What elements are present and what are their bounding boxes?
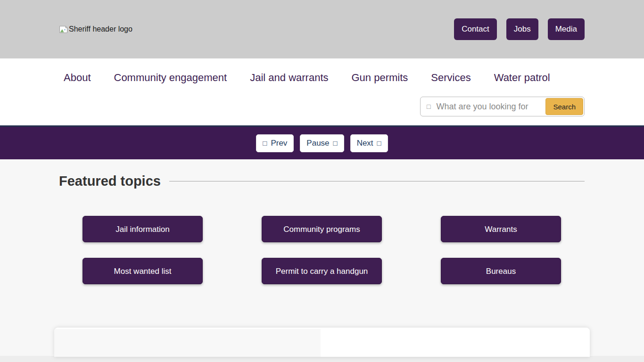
topic-button-permit-to-carry[interactable]: Permit to carry a handgun — [262, 258, 382, 284]
pause-icon: □ — [333, 139, 338, 147]
next-arrow-icon: □ — [377, 139, 381, 147]
next-label: Next — [357, 139, 373, 148]
prev-arrow-icon: □ — [263, 139, 267, 147]
header-actions: Contact Jobs Media — [454, 18, 585, 40]
sheriff-logo[interactable]: Sheriff header logo — [59, 25, 132, 33]
nav-item-community-engagement[interactable]: Community engagement — [114, 71, 227, 85]
search-input[interactable] — [435, 101, 545, 112]
bottom-card-left-pane — [54, 329, 321, 357]
nav-item-services[interactable]: Services — [431, 71, 471, 85]
carousel-next-button[interactable]: Next □ — [350, 134, 388, 152]
search-box: □ Search — [420, 97, 585, 116]
topic-button-most-wanted-list[interactable]: Most wanted list — [83, 258, 203, 284]
contact-button[interactable]: Contact — [454, 18, 497, 40]
topic-button-jail-information[interactable]: Jail information — [83, 216, 203, 242]
main-nav: About Community engagement Jail and warr… — [64, 58, 644, 85]
featured-topics-title: Featured topics — [59, 173, 161, 189]
carousel-pause-button[interactable]: Pause □ — [300, 134, 344, 152]
broken-image-icon — [59, 25, 68, 33]
topic-button-warrants[interactable]: Warrants — [441, 216, 561, 242]
nav-band: About Community engagement Jail and warr… — [0, 58, 644, 125]
search-button[interactable]: Search — [545, 98, 583, 115]
nav-item-water-patrol[interactable]: Water patrol — [494, 71, 550, 85]
site-header: Sheriff header logo Contact Jobs Media — [0, 0, 644, 58]
topics-grid: Jail information Community programs Warr… — [83, 216, 644, 284]
carousel-prev-button[interactable]: □ Prev — [256, 134, 294, 152]
featured-topics-header: Featured topics — [59, 159, 585, 189]
pause-label: Pause — [306, 139, 329, 148]
bottom-card-right-pane — [321, 329, 590, 357]
search-row: □ Search — [0, 97, 585, 116]
nav-item-jail-and-warrants[interactable]: Jail and warrants — [250, 71, 328, 85]
carousel-control-bar: □ Prev Pause □ Next □ — [0, 125, 644, 159]
nav-item-gun-permits[interactable]: Gun permits — [352, 71, 408, 85]
prev-label: Prev — [271, 139, 287, 148]
search-icon: □ — [427, 103, 430, 110]
logo-alt-text: Sheriff header logo — [69, 25, 132, 33]
media-button[interactable]: Media — [548, 18, 585, 40]
heading-divider — [169, 181, 585, 181]
bottom-content-card — [54, 328, 590, 357]
jobs-button[interactable]: Jobs — [506, 18, 538, 40]
topic-button-community-programs[interactable]: Community programs — [262, 216, 382, 242]
topic-button-bureaus[interactable]: Bureaus — [441, 258, 561, 284]
nav-item-about[interactable]: About — [64, 71, 91, 85]
featured-topics-section: Featured topics Jail information Communi… — [0, 159, 644, 362]
